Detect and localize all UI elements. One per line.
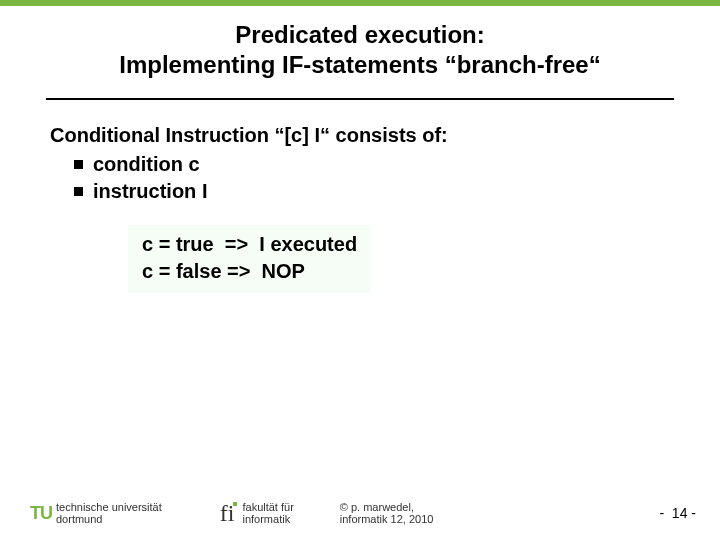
- title-line-1: Predicated execution:: [40, 20, 680, 50]
- bullet-text: condition c: [93, 151, 200, 178]
- fi-dot-icon: [233, 502, 237, 506]
- fi-line-1: fakultät für: [242, 501, 293, 514]
- bullet-list: condition c instruction I: [50, 151, 670, 205]
- fi-line-2: informatik: [242, 513, 293, 526]
- lead-text: Conditional Instruction “[c] I“ consists…: [50, 122, 670, 149]
- copyright: © p. marwedel, informatik 12, 2010: [340, 501, 434, 526]
- fi-mark-icon: fi: [220, 501, 235, 525]
- title-line-2: Implementing IF-statements “branch-free“: [40, 50, 680, 80]
- list-item: instruction I: [74, 178, 670, 205]
- slide-content: Conditional Instruction “[c] I“ consists…: [0, 100, 720, 293]
- code-line: c = false => NOP: [142, 258, 357, 285]
- copyright-line-2: informatik 12, 2010: [340, 513, 434, 526]
- slide-title: Predicated execution: Implementing IF-st…: [0, 6, 720, 90]
- bullet-icon: [74, 160, 83, 169]
- tu-logo: TU technische universität dortmund: [30, 501, 162, 526]
- fi-logo: fi fakultät für informatik: [220, 501, 294, 526]
- tu-affiliation: technische universität dortmund: [56, 501, 162, 526]
- tu-line-2: dortmund: [56, 513, 162, 526]
- bullet-icon: [74, 187, 83, 196]
- bullet-text: instruction I: [93, 178, 207, 205]
- tu-mark-icon: TU: [30, 503, 52, 524]
- code-line: c = true => I executed: [142, 231, 357, 258]
- slide-footer: TU technische universität dortmund fi fa…: [0, 501, 720, 526]
- code-box: c = true => I executed c = false => NOP: [128, 225, 371, 293]
- copyright-line-1: © p. marwedel,: [340, 501, 434, 514]
- fi-affiliation: fakultät für informatik: [242, 501, 293, 526]
- list-item: condition c: [74, 151, 670, 178]
- page-number: - 14 -: [659, 505, 696, 521]
- tu-line-1: technische universität: [56, 501, 162, 514]
